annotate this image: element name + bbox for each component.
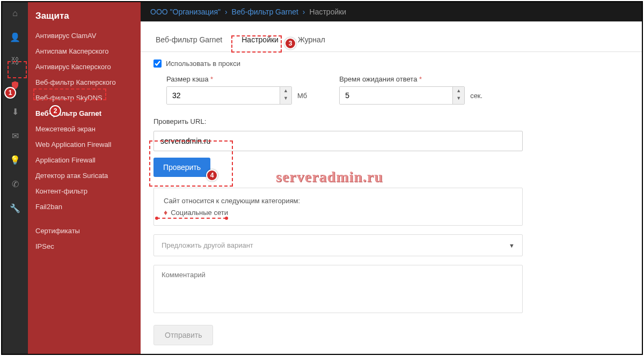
- submit-button[interactable]: Отправить: [153, 325, 213, 345]
- chevron-down-icon: ▼: [453, 94, 464, 102]
- category: Социальные сети: [171, 209, 228, 217]
- sidebar-item[interactable]: Application Firewall: [28, 152, 141, 168]
- home-icon[interactable]: ⌂: [2, 6, 28, 20]
- wrench-icon[interactable]: 🔧: [2, 201, 28, 216]
- bulb-icon[interactable]: 💡: [2, 153, 28, 167]
- check-url-label: Проверить URL:: [153, 117, 629, 125]
- cache-label: Размер кэша *: [166, 75, 307, 83]
- user-icon[interactable]: 👤: [2, 30, 28, 44]
- gem-icon: ♦: [164, 208, 167, 217]
- sidebar-item-garnet[interactable]: Веб-фильтр Garnet: [28, 106, 141, 121]
- sidebar-title: Защита: [28, 5, 141, 28]
- suggest-placeholder: Предложить другой вариант: [162, 241, 253, 249]
- annotation-badge-4: 4: [206, 169, 218, 181]
- annotation-underline: [157, 218, 226, 219]
- use-proxy-label: Использовать в прокси: [166, 60, 240, 68]
- icon-rail: ⌂ 👤 ⛓ ⬇ ✉ 💡 ✆ 🔧: [2, 2, 28, 354]
- suggest-select[interactable]: Предложить другой вариант ▼: [153, 234, 523, 256]
- sidebar-item[interactable]: Веб-фильтр SkyDNS: [28, 90, 141, 106]
- chevron-down-icon: ▼: [280, 94, 291, 102]
- timeout-label: Время ожидания ответа *: [339, 75, 482, 83]
- sidebar: Защита Антивирус ClamAV Антиспам Касперс…: [28, 2, 141, 354]
- cache-unit: Мб: [297, 92, 307, 100]
- annotation-badge-3: 3: [284, 38, 296, 49]
- sidebar-item[interactable]: Межсетевой экран: [28, 121, 141, 137]
- phone-icon[interactable]: ✆: [2, 177, 28, 191]
- sidebar-item[interactable]: Детектор атак Suricata: [28, 168, 141, 183]
- check-button[interactable]: Проверить: [153, 158, 210, 177]
- timeout-input[interactable]: [340, 87, 452, 104]
- result-box: Сайт относится к следующим категориям: ♦…: [153, 188, 523, 226]
- breadcrumb-org[interactable]: ООО "Организация": [150, 8, 221, 16]
- use-proxy-checkbox[interactable]: [153, 60, 162, 68]
- tab-settings[interactable]: Настройки: [239, 30, 281, 51]
- sidebar-item[interactable]: Fail2ban: [28, 199, 141, 214]
- breadcrumb-mid[interactable]: Веб-фильтр Garnet: [232, 8, 298, 16]
- comment-textarea[interactable]: [153, 265, 523, 313]
- caret-down-icon: ▼: [509, 242, 515, 249]
- timeout-unit: сек.: [470, 92, 482, 100]
- sidebar-item[interactable]: Антиспам Касперского: [28, 43, 141, 59]
- url-input[interactable]: [153, 131, 523, 151]
- sidebar-item[interactable]: Web Application Firewall: [28, 137, 141, 152]
- result-title: Сайт относится к следующим категориям:: [164, 197, 513, 205]
- mail-icon[interactable]: ✉: [2, 129, 28, 143]
- chevron-up-icon: ▲: [280, 87, 291, 94]
- sidebar-item[interactable]: Веб-фильтр Касперского: [28, 75, 141, 90]
- spinner[interactable]: ▲▼: [452, 87, 464, 104]
- chevron-right-icon: ›: [303, 8, 305, 16]
- sidebar-item[interactable]: Антивирус Касперского: [28, 59, 141, 75]
- breadcrumb: ООО "Организация" › Веб-фильтр Garnet › …: [141, 2, 642, 21]
- spinner[interactable]: ▲▼: [280, 87, 291, 104]
- sidebar-item[interactable]: Сертификаты: [28, 223, 141, 239]
- cache-input[interactable]: [167, 87, 280, 104]
- annotation-badge-2: 2: [49, 105, 61, 117]
- download-icon[interactable]: ⬇: [2, 105, 28, 119]
- annotation-badge-1: 1: [4, 87, 16, 99]
- sidebar-item[interactable]: Контент-фильтр: [28, 183, 141, 199]
- sitemap-icon[interactable]: ⛓: [2, 54, 28, 68]
- chevron-right-icon: ›: [225, 8, 228, 16]
- sidebar-item[interactable]: Антивирус ClamAV: [28, 28, 141, 43]
- tabs: Веб-фильтр Garnet Настройки Журнал: [141, 30, 642, 52]
- chevron-up-icon: ▲: [453, 87, 464, 94]
- tab-journal[interactable]: Журнал: [296, 30, 327, 51]
- sidebar-item[interactable]: IPSec: [28, 239, 141, 254]
- breadcrumb-current: Настройки: [310, 8, 347, 16]
- tab-garnet[interactable]: Веб-фильтр Garnet: [153, 30, 224, 51]
